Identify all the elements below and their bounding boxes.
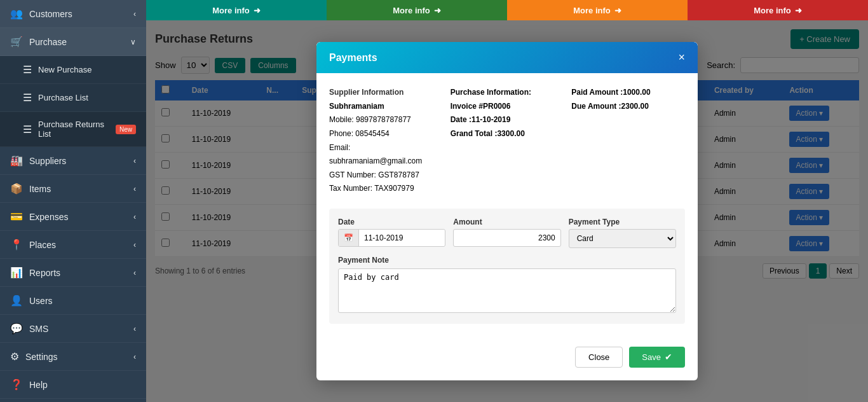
places-icon: 📍: [10, 239, 23, 251]
arrow-icon-teal: ➜: [254, 6, 261, 15]
supplier-gst: GST Number: GST878787: [329, 170, 419, 179]
purchase-heading: Purchase Information:: [451, 88, 531, 97]
modal-overlay: Payments × Supplier Information Subhrama…: [146, 20, 868, 402]
modal-title: Payments: [329, 52, 377, 64]
supplier-phone: Phone: 08545454: [329, 129, 390, 138]
form-row: Date 📅 Amount Payme: [338, 218, 676, 248]
sidebar-item-new-purchase[interactable]: ☰ New Purchase: [0, 56, 146, 84]
sms-icon: 💬: [10, 322, 23, 335]
users-icon: 👤: [10, 295, 23, 307]
modal-header: Payments ×: [316, 42, 698, 73]
expenses-icon: 💳: [10, 211, 23, 223]
page-content: Purchase Returns + Create New Show 10 25…: [146, 20, 868, 402]
settings-icon: ⚙: [10, 350, 19, 363]
amount-input[interactable]: [453, 229, 560, 247]
modal-footer: Close Save ✔: [316, 347, 698, 380]
purchase-invoice: Invoice #PR0006: [451, 102, 511, 111]
supplier-tax: Tax Number: TAX907979: [329, 184, 414, 193]
date-label: Date: [338, 218, 445, 226]
purchase-date: Date :11-10-2019: [451, 115, 511, 124]
arrow-icon-gold: ➜: [614, 6, 621, 15]
check-icon: ✔: [665, 352, 672, 362]
arrow-icon-red: ➜: [795, 6, 802, 15]
supplier-mobile: Mobile: 9897878787877: [329, 115, 411, 124]
stat-card-green[interactable]: More info ➜: [327, 0, 507, 20]
suppliers-icon: 🏭: [10, 155, 23, 167]
items-icon: 📦: [10, 183, 23, 195]
purchase-list-icon: ☰: [23, 92, 32, 104]
sidebar-item-sms[interactable]: 💬 SMS ‹: [0, 315, 146, 343]
sidebar-item-expenses[interactable]: 💳 Expenses ‹: [0, 203, 146, 231]
sidebar-item-suppliers[interactable]: 🏭 Suppliers ‹: [0, 147, 146, 175]
modal-close-button[interactable]: ×: [678, 51, 685, 64]
purchase-info: Purchase Information: Invoice #PR0006 Da…: [451, 86, 564, 196]
sidebar-item-reports[interactable]: 📊 Reports ‹: [0, 259, 146, 287]
main-content: More info ➜ More info ➜ More info ➜ More…: [146, 0, 868, 402]
sidebar-item-purchase[interactable]: 🛒 Purchase ∨: [0, 28, 146, 56]
sidebar-item-users[interactable]: 👤 Users: [0, 287, 146, 315]
purchase-returns-icon: ☰: [23, 123, 32, 135]
customers-icon: 👥: [10, 8, 23, 20]
close-button[interactable]: Close: [575, 347, 623, 368]
paid-amount: Paid Amount :1000.00: [571, 88, 650, 97]
help-icon: ❓: [10, 378, 23, 391]
sidebar-item-settings[interactable]: ⚙ Settings ‹: [0, 343, 146, 371]
payment-type-label: Payment Type: [569, 218, 676, 226]
sidebar-item-help[interactable]: ❓ Help: [0, 371, 146, 399]
date-group: Date 📅: [338, 218, 445, 248]
purchase-grand-total: Grand Total :3300.00: [451, 129, 525, 138]
sidebar-item-purchase-list[interactable]: ☰ Purchase List: [0, 84, 146, 112]
calendar-icon: 📅: [339, 230, 359, 246]
stat-card-gold[interactable]: More info ➜: [507, 0, 688, 20]
save-button[interactable]: Save ✔: [629, 347, 685, 368]
payment-type-select[interactable]: Card Cash Cheque Bank Transfer: [569, 229, 676, 248]
stat-cards: More info ➜ More info ➜ More info ➜ More…: [146, 0, 868, 20]
modal-body: Supplier Information Subhramaniam Mobile…: [316, 73, 698, 347]
supplier-email: Email: subhramaniam@gmail.com: [329, 143, 422, 166]
sidebar: 👥 Customers ‹ 🛒 Purchase ∨ ☰ New Purchas…: [0, 0, 146, 402]
arrow-icon-green: ➜: [434, 6, 441, 15]
purchase-icon: 🛒: [10, 36, 23, 48]
sidebar-item-items[interactable]: 📦 Items ‹: [0, 175, 146, 203]
supplier-name: Subhramaniam: [329, 102, 384, 111]
sidebar-item-places[interactable]: 📍 Places ‹: [0, 231, 146, 259]
supplier-heading: Supplier Information: [329, 86, 443, 100]
due-amount: Due Amount :2300.00: [571, 102, 649, 111]
payment-type-group: Payment Type Card Cash Cheque Bank Trans…: [569, 218, 676, 248]
note-textarea[interactable]: Paid by card: [338, 268, 676, 313]
note-label: Payment Note: [338, 256, 676, 265]
date-input[interactable]: [359, 230, 445, 246]
new-badge: New: [116, 125, 136, 134]
sidebar-item-customers[interactable]: 👥 Customers ‹: [0, 0, 146, 28]
stat-card-red[interactable]: More info ➜: [688, 0, 868, 20]
stat-card-teal[interactable]: More info ➜: [146, 0, 327, 20]
sidebar-item-purchase-returns-list[interactable]: ☰ Purchase Returns List New: [0, 112, 146, 147]
new-purchase-icon: ☰: [23, 64, 32, 76]
payments-modal: Payments × Supplier Information Subhrama…: [316, 42, 698, 380]
amount-group: Amount: [453, 218, 560, 248]
reports-icon: 📊: [10, 267, 23, 279]
info-section: Supplier Information Subhramaniam Mobile…: [329, 86, 685, 196]
payment-form: Date 📅 Amount Payme: [329, 209, 685, 324]
amounts-info: Paid Amount :1000.00 Due Amount :2300.00: [571, 86, 685, 196]
supplier-info: Supplier Information Subhramaniam Mobile…: [329, 86, 443, 196]
amount-label: Amount: [453, 218, 560, 226]
